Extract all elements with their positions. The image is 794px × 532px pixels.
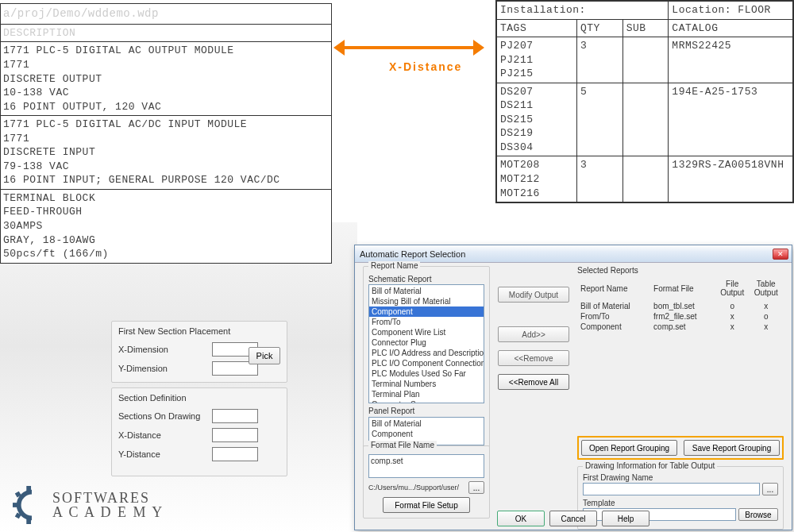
ok-button[interactable]: OK — [497, 511, 545, 526]
list-item[interactable]: Terminal Numbers — [369, 379, 484, 389]
panel-title: First New Section Placement — [118, 326, 280, 336]
help-button[interactable]: Help — [602, 511, 649, 526]
table-row[interactable]: Componentcomp.setxx — [579, 322, 782, 331]
list-item[interactable]: PLC I/O Address and Descriptions — [369, 348, 484, 358]
open-report-grouping-button[interactable]: Open Report Grouping — [581, 440, 677, 456]
project-path: a/proj/Demo/wddemo.wdp — [1, 4, 331, 25]
sections-on-drawing-input[interactable] — [212, 409, 258, 423]
bom-section: 1771 PLC-5 DIGITAL AC OUTPUT MODULE 1771… — [1, 42, 331, 116]
panel-title: Section Definition — [118, 393, 280, 403]
table-row[interactable]: From/Tofrm2_file.setxo — [579, 312, 782, 321]
list-item[interactable]: PLC I/O Component Connection — [369, 358, 484, 368]
x-distance-input[interactable] — [212, 428, 258, 442]
format-file-name-label: Format File Name — [368, 441, 437, 449]
template-label: Template — [583, 499, 778, 507]
list-item[interactable]: Bill of Material — [369, 286, 484, 296]
list-item[interactable]: Component — [369, 306, 484, 317]
browse-path-button[interactable]: ... — [468, 481, 484, 494]
save-report-grouping-button[interactable]: Save Report Grouping — [684, 440, 780, 456]
bom-description-table: a/proj/Demo/wddemo.wdp DESCRIPTION 1771 … — [0, 3, 332, 264]
automatic-report-selection-dialog: Automatic Report Selection ✕ Report Name… — [354, 245, 792, 530]
list-item[interactable]: Bill of Material — [369, 418, 484, 429]
section-definition-panel: Section Definition Sections On Drawing X… — [111, 387, 287, 476]
selected-reports-table: Report Name Format File File Output Tabl… — [577, 278, 784, 333]
modify-output-button[interactable]: Modify Output — [498, 287, 569, 303]
x-distance-label: X-Distance — [389, 60, 462, 73]
drawing-info-label: Drawing Information for Table Output — [583, 461, 717, 470]
list-item[interactable]: Connector Summary — [369, 399, 484, 403]
col-qty: QTY — [576, 19, 622, 37]
gear-icon — [13, 486, 51, 524]
remove-all-button[interactable]: <<Remove All — [498, 374, 569, 390]
table-row[interactable]: Bill of Materialbom_tbl.setox — [579, 302, 782, 310]
x-distance-arrow — [333, 40, 484, 56]
report-name-label: Report Name — [368, 261, 420, 270]
y-distance-input[interactable] — [212, 447, 258, 461]
add-button[interactable]: Add>> — [498, 326, 569, 342]
schematic-report-list[interactable]: Bill of MaterialMissing Bill of Material… — [368, 284, 484, 403]
logo-text-1: SOFTWARES — [52, 491, 164, 505]
svg-rect-4 — [26, 519, 31, 524]
bom-section: TERMINAL BLOCK FEED-THROUGH 30AMPS GRAY,… — [1, 190, 331, 263]
softwares-academy-logo: SOFTWARES A C A D E M Y — [13, 486, 164, 524]
col-tags: TAGS — [497, 19, 577, 37]
cancel-button[interactable]: Cancel — [549, 511, 597, 526]
table-row: DS207 DS211 DS215 DS219 DS3045194E-A25-1… — [497, 83, 793, 156]
panel-report-label: Panel Report — [368, 407, 484, 415]
first-drawing-name-label: First Drawing Name — [583, 473, 778, 482]
close-icon[interactable]: ✕ — [773, 249, 788, 260]
svg-rect-0 — [13, 503, 18, 507]
sections-on-drawing-label: Sections On Drawing — [118, 411, 212, 421]
list-item[interactable]: Connector Plug — [369, 337, 484, 348]
col-catalog: CATALOG — [669, 19, 793, 37]
list-item[interactable]: Component Wire List — [369, 327, 484, 337]
installation-table: Installation: Location: FLOOR TAGS QTY S… — [495, 0, 794, 203]
pick-button[interactable]: Pick — [249, 347, 280, 364]
format-file-path: C:/Users/mu.../Support/user/ — [368, 484, 467, 492]
x-distance-label: X-Distance — [118, 430, 212, 440]
svg-rect-3 — [26, 486, 31, 492]
selected-reports-label: Selected Reports — [577, 266, 784, 275]
report-grouping-highlight: Open Report Grouping Save Report Groupin… — [577, 436, 784, 460]
schematic-report-label: Schematic Report — [368, 275, 484, 283]
y-distance-label: Y-Distance — [118, 449, 212, 459]
remove-button[interactable]: <<Remove — [498, 350, 569, 366]
location-cell: Location: FLOOR — [669, 2, 793, 20]
logo-text-2: A C A D E M Y — [52, 505, 164, 519]
table-row: MOT208 MOT212 MOT21631329RS-ZA00518VNH — [497, 156, 793, 202]
list-item[interactable]: From/To — [369, 317, 484, 327]
format-file-value[interactable]: comp.set — [368, 454, 484, 478]
installation-cell: Installation: — [497, 2, 669, 20]
bom-section: 1771 PLC-5 DIGITAL AC/DC INPUT MODULE 17… — [1, 116, 331, 190]
browse-drawing-button[interactable]: ... — [762, 483, 778, 495]
x-dimension-label: X-Dimension — [118, 345, 212, 354]
first-section-placement-panel: First New Section Placement X-Dimension … — [111, 321, 287, 383]
y-dimension-label: Y-Dimension — [118, 364, 212, 373]
table-row: PJ207 PJ211 PJ2153MRMS22425 — [497, 37, 793, 83]
description-header: DESCRIPTION — [1, 25, 331, 43]
list-item[interactable]: Missing Bill of Material — [369, 296, 484, 306]
list-item[interactable]: Component — [369, 429, 484, 439]
list-item[interactable]: Terminal Plan — [369, 389, 484, 399]
first-drawing-name-input[interactable] — [583, 483, 760, 495]
dialog-title: Automatic Report Selection — [360, 249, 773, 259]
list-item[interactable]: PLC Modules Used So Far — [369, 368, 484, 379]
col-sub: SUB — [622, 19, 669, 37]
